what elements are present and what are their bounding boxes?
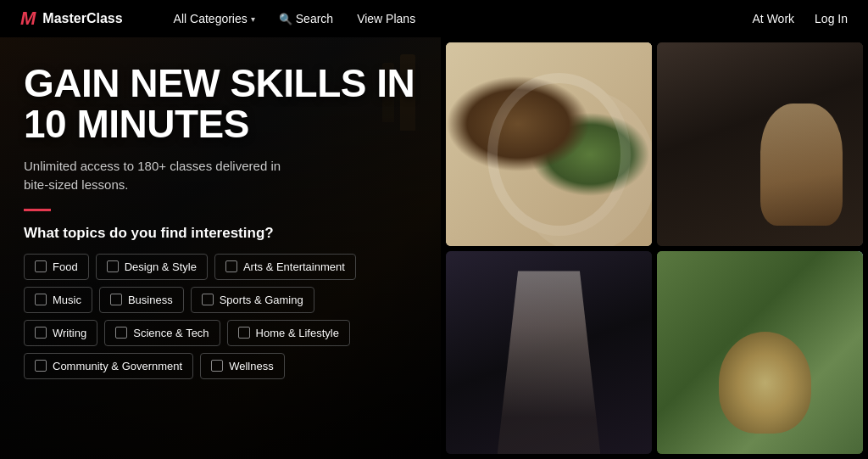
topic-home-lifestyle[interactable]: Home & Lifestyle	[227, 320, 350, 346]
svg-point-26	[517, 361, 581, 382]
checkbox-icon	[202, 294, 214, 305]
left-panel: GAIN NEW SKILLS IN 10 MINUTES Unlimited …	[0, 37, 441, 459]
svg-point-9	[571, 110, 601, 140]
svg-rect-33	[446, 403, 652, 454]
svg-point-37	[657, 314, 715, 416]
svg-point-49	[743, 356, 764, 369]
checkbox-icon	[211, 360, 223, 372]
search-icon: 🔍	[279, 13, 292, 25]
logo-text: MasterClass	[42, 11, 122, 26]
hero-content: GAIN NEW SKILLS IN 10 MINUTES Unlimited …	[0, 37, 441, 396]
checkbox-icon	[115, 327, 127, 339]
svg-rect-29	[514, 311, 585, 337]
right-panel-images	[441, 37, 868, 459]
svg-rect-34	[657, 251, 863, 455]
person-image	[657, 42, 863, 246]
svg-point-2	[446, 74, 571, 206]
svg-point-52	[738, 367, 769, 388]
hero-title: GAIN NEW SKILLS IN 10 MINUTES	[24, 63, 417, 145]
food-image	[446, 42, 652, 246]
checkbox-icon	[238, 327, 250, 339]
topic-music[interactable]: Music	[24, 287, 92, 313]
topic-writing[interactable]: Writing	[24, 320, 97, 346]
topic-design-style[interactable]: Design & Style	[96, 254, 208, 280]
svg-rect-17	[835, 165, 863, 245]
topic-community-government[interactable]: Community & Government	[24, 353, 193, 379]
topics-row-2: Music Business Sports & Gaming	[24, 287, 417, 313]
svg-rect-25	[498, 359, 600, 454]
checkbox-icon	[225, 260, 237, 272]
puppy-svg	[657, 251, 863, 455]
topic-arts-entertainment[interactable]: Arts & Entertainment	[214, 254, 356, 280]
svg-point-30	[534, 328, 542, 339]
topics-grid: Food Design & Style Arts & Entertainment	[24, 254, 417, 379]
person-svg	[657, 42, 863, 246]
checkbox-icon	[35, 294, 47, 305]
hero-subtitle: Unlimited access to 180+ classes deliver…	[24, 157, 295, 195]
topic-food[interactable]: Food	[24, 254, 89, 280]
at-work-nav[interactable]: At Work	[753, 12, 795, 25]
svg-point-44	[657, 365, 785, 454]
interview-image	[446, 251, 652, 455]
svg-point-27	[514, 295, 585, 372]
svg-point-6	[542, 53, 652, 167]
svg-rect-32	[504, 369, 593, 407]
topic-business[interactable]: Business	[99, 287, 184, 313]
svg-point-11	[645, 101, 652, 110]
checkbox-icon	[35, 327, 47, 339]
svg-point-50	[736, 350, 746, 360]
svg-rect-21	[446, 251, 652, 455]
svg-point-12	[446, 211, 594, 235]
svg-rect-35	[657, 251, 863, 455]
svg-point-45	[713, 329, 794, 400]
log-in-nav[interactable]: Log In	[815, 12, 848, 25]
svg-rect-20	[446, 251, 652, 455]
svg-point-46	[698, 344, 738, 400]
svg-point-1	[446, 58, 594, 223]
svg-point-39	[657, 263, 863, 416]
svg-rect-0	[446, 42, 652, 246]
svg-point-55	[822, 339, 837, 354]
topics-row-3: Writing Science & Tech Home & Lifestyle	[24, 320, 417, 346]
svg-point-42	[802, 355, 858, 395]
svg-point-47	[771, 344, 807, 390]
svg-rect-13	[657, 42, 863, 246]
topic-science-tech[interactable]: Science & Tech	[104, 320, 220, 346]
chevron-down-icon: ▾	[251, 14, 255, 24]
logo[interactable]: M MasterClass	[20, 8, 123, 30]
svg-point-38	[728, 314, 863, 441]
svg-rect-15	[798, 42, 863, 246]
topics-row-1: Food Design & Style Arts & Entertainment	[24, 254, 417, 280]
nav-center: All Categories ▾ 🔍 Search View Plans	[174, 12, 416, 25]
topic-wellness[interactable]: Wellness	[200, 353, 285, 379]
checkbox-icon	[35, 260, 47, 272]
svg-point-10	[618, 89, 630, 101]
svg-point-53	[661, 423, 707, 454]
svg-rect-4	[446, 160, 564, 175]
svg-rect-40	[772, 251, 863, 378]
svg-rect-14	[657, 42, 863, 246]
logo-m: M	[20, 8, 36, 30]
svg-point-7	[587, 77, 632, 122]
svg-rect-23	[517, 251, 518, 455]
topics-row-4: Community & Government Wellness	[24, 353, 417, 379]
food-svg	[446, 42, 652, 246]
topic-sports-gaming[interactable]: Sports & Gaming	[191, 287, 314, 313]
interview-svg	[446, 251, 652, 455]
all-categories-nav[interactable]: All Categories ▾	[174, 12, 255, 25]
checkbox-icon	[107, 260, 119, 272]
svg-rect-36	[657, 352, 863, 454]
puppy-image	[657, 251, 863, 455]
view-plans-nav[interactable]: View Plans	[357, 12, 415, 25]
svg-point-28	[514, 288, 585, 334]
topics-heading: What topics do you find interesting?	[24, 225, 417, 242]
svg-point-48	[726, 346, 782, 397]
svg-rect-24	[486, 365, 613, 454]
checkbox-icon	[35, 360, 47, 372]
svg-point-5	[519, 42, 652, 186]
search-nav[interactable]: 🔍 Search	[279, 12, 333, 25]
svg-point-8	[621, 103, 652, 139]
svg-rect-43	[785, 321, 823, 352]
svg-rect-41	[772, 251, 863, 353]
svg-point-16	[835, 95, 863, 171]
